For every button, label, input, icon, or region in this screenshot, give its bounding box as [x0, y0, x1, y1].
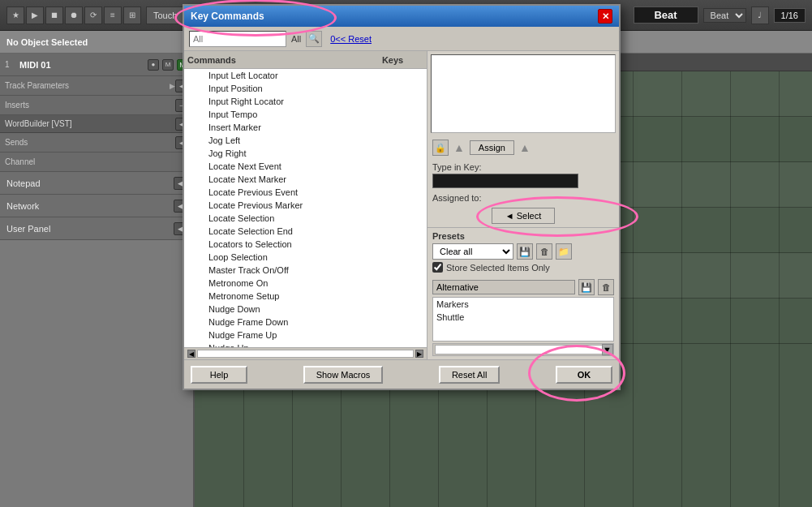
assign-down-arrow: ▲: [519, 141, 531, 154]
dialog-toolbar: All 🔍 0<< Reset: [184, 27, 619, 51]
preset-delete-btn[interactable]: 🗑: [536, 243, 552, 260]
select-button[interactable]: ◄ Select: [492, 208, 556, 224]
store-label: Store Selected Items Only: [446, 263, 550, 273]
assign-button[interactable]: Assign: [470, 140, 514, 155]
cmd-item-18[interactable]: Nudge Down: [184, 303, 427, 316]
search-separator: All: [291, 34, 301, 44]
alt-list-item-0[interactable]: Markers: [433, 298, 613, 311]
dialog-footer: Help Show Macros Reset All OK: [184, 359, 619, 389]
preset-import-btn[interactable]: 📁: [556, 243, 572, 260]
ok-button[interactable]: OK: [556, 366, 612, 384]
cmd-item-17[interactable]: Metronome Setup: [184, 290, 427, 303]
type-in-key-section: Type in Key:: [427, 159, 619, 191]
cmd-item-19[interactable]: Nudge Frame Down: [184, 316, 427, 329]
scroll-left-btn[interactable]: ◀: [187, 350, 195, 358]
store-checkbox[interactable]: [432, 262, 443, 273]
cmd-item-2[interactable]: Input Right Locator: [184, 95, 427, 108]
cmd-item-4[interactable]: Insert Marker: [184, 121, 427, 134]
commands-col-header: Commands: [187, 55, 236, 65]
assign-up-arrow: ▲: [453, 141, 465, 154]
reset-all-button[interactable]: Reset All: [439, 366, 500, 384]
cmd-item-20[interactable]: Nudge Frame Up: [184, 329, 427, 342]
type-in-field[interactable]: [432, 174, 578, 188]
alt-list-item-1[interactable]: Shuttle: [433, 311, 613, 324]
cmd-item-21[interactable]: Nudge Up: [184, 342, 427, 347]
dialog-overlay: Key Commands ✕ All 🔍 0<< Reset Commands …: [0, 0, 812, 507]
preset-save-btn[interactable]: 💾: [517, 243, 533, 260]
scroll-right-btn[interactable]: ▶: [415, 350, 423, 358]
presets-section: Presets Clear all 💾 🗑 📁 Store Selected I…: [427, 227, 619, 276]
cmd-item-13[interactable]: Locators to Selection: [184, 238, 427, 251]
cmd-item-5[interactable]: Jog Left: [184, 134, 427, 147]
dialog-close-button[interactable]: ✕: [598, 9, 612, 24]
type-in-label: Type in Key:: [432, 162, 614, 172]
cmd-item-6[interactable]: Jog Right: [184, 147, 427, 160]
alt-section: 💾 🗑 Markers Shuttle ▼: [427, 276, 619, 359]
alt-scroll-track: [435, 345, 612, 354]
cmd-item-10[interactable]: Locate Previous Marker: [184, 199, 427, 212]
key-commands-dialog: Key Commands ✕ All 🔍 0<< Reset Commands …: [183, 4, 621, 390]
cmd-item-7[interactable]: Locate Next Event: [184, 160, 427, 173]
cmd-item-1[interactable]: Input Position: [184, 82, 427, 95]
alt-field[interactable]: [432, 280, 575, 294]
alt-delete-btn[interactable]: 🗑: [598, 279, 614, 295]
alt-header-row: 💾 🗑: [432, 279, 614, 295]
keys-col-header: Keys: [382, 55, 403, 65]
keys-panel: 🔒 ▲ Assign ▲ Type in Key: Assigned to: ◄…: [427, 51, 619, 359]
store-row: Store Selected Items Only: [432, 262, 614, 273]
commands-list[interactable]: Input Left Locator Input Position Input …: [184, 69, 427, 347]
commands-header-row: Commands Keys: [184, 51, 427, 69]
assign-row: 🔒 ▲ Assign ▲: [427, 136, 619, 159]
help-button[interactable]: Help: [191, 366, 247, 384]
cmd-item-14[interactable]: Loop Selection: [184, 251, 427, 264]
cmd-item-0[interactable]: Input Left Locator: [184, 69, 427, 82]
presets-dropdown[interactable]: Clear all: [432, 243, 513, 260]
dialog-titlebar: Key Commands ✕: [184, 6, 619, 27]
dialog-title: Key Commands: [191, 11, 593, 22]
cmd-item-15[interactable]: Master Track On/Off: [184, 264, 427, 277]
commands-panel: Commands Keys Input Left Locator Input P…: [184, 51, 427, 359]
presets-label: Presets: [432, 231, 614, 241]
cmd-item-12[interactable]: Locate Selection End: [184, 225, 427, 238]
alt-list: Markers Shuttle: [432, 297, 614, 342]
alt-dropdown-btn[interactable]: ▼: [602, 344, 613, 355]
show-macros-button[interactable]: Show Macros: [303, 366, 384, 384]
cmd-item-16[interactable]: Metronome On: [184, 277, 427, 290]
select-row: ◄ Select: [427, 204, 619, 227]
assigned-to-label: Assigned to:: [427, 191, 619, 204]
assign-left-btn[interactable]: 🔒: [432, 140, 449, 156]
cmd-item-9[interactable]: Locate Previous Event: [184, 186, 427, 199]
dialog-columns: Commands Keys Input Left Locator Input P…: [184, 51, 619, 359]
presets-row: Clear all 💾 🗑 📁: [432, 243, 614, 260]
scroll-track: [197, 350, 414, 358]
cmd-item-3[interactable]: Input Tempo: [184, 108, 427, 121]
alt-save-btn[interactable]: 💾: [578, 279, 595, 295]
list-bottom-bar: ◀ ▶: [184, 347, 427, 359]
cmd-item-8[interactable]: Locate Next Marker: [184, 173, 427, 186]
reset-link[interactable]: 0<< Reset: [330, 34, 372, 44]
search-input[interactable]: [189, 31, 286, 47]
alt-bottom-bar: ▼: [432, 343, 614, 356]
keys-list-area: [431, 54, 616, 133]
cmd-item-11[interactable]: Locate Selection: [184, 212, 427, 225]
search-icon[interactable]: 🔍: [306, 31, 322, 47]
